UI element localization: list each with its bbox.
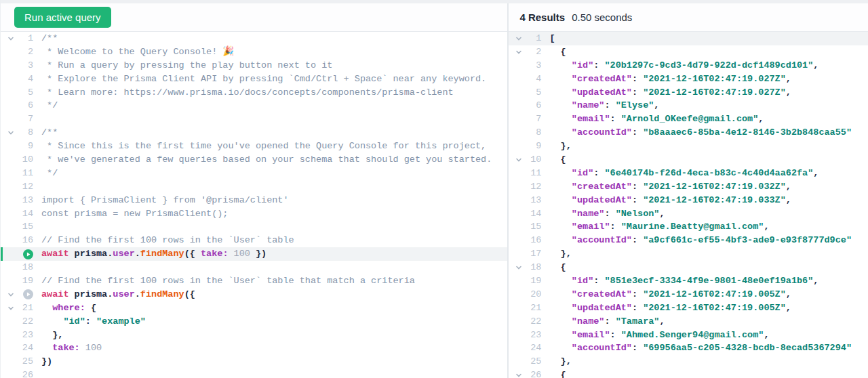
code-text[interactable]: }, — [41, 329, 63, 342]
code-text[interactable]: "createdAt": "2021-12-16T02:47:19.027Z", — [549, 72, 791, 86]
code-text[interactable]: "name": "Nelson", — [549, 207, 665, 221]
line-number: 20 — [524, 288, 541, 301]
result-line: 8 "accountId": "b8aaaec6-85ba-4e12-8146-… — [509, 126, 868, 140]
code-editor[interactable]: 1/**2 * Welcome to the Query Console! 🎉3… — [1, 32, 507, 378]
code-text[interactable]: "id": "6e40174b-f26d-4eca-b83c-4c40d4aa6… — [549, 167, 818, 180]
line-number: 19 — [524, 274, 541, 288]
code-text[interactable]: { — [549, 153, 566, 167]
line-number: 8 — [16, 126, 33, 140]
code-text[interactable]: }) — [41, 355, 52, 369]
code-text[interactable]: [ — [549, 32, 555, 45]
fold-chevron-icon[interactable] — [6, 35, 16, 42]
code-text[interactable]: "email": "Ahmed.Senger94@gmail.com", — [549, 329, 769, 342]
code-text[interactable]: /** — [41, 32, 58, 45]
result-line: 10 { — [509, 153, 868, 167]
line-number: 18 — [524, 261, 541, 274]
fold-chevron-icon[interactable] — [6, 129, 16, 136]
result-line: 11 "id": "6e40174b-f26d-4eca-b83c-4c40d4… — [509, 167, 868, 180]
code-text[interactable]: "name": "Elyse", — [549, 99, 659, 112]
line-number: 25 — [524, 355, 541, 369]
line-number: 23 — [524, 329, 541, 342]
fold-chevron-icon[interactable] — [514, 156, 524, 163]
editor-line: await prisma.user.findMany({ take: 100 }… — [1, 247, 507, 261]
code-text[interactable]: { — [549, 261, 566, 274]
line-number: 12 — [16, 180, 33, 194]
code-text[interactable]: "createdAt": "2021-12-16T02:47:19.005Z", — [549, 288, 791, 301]
code-text[interactable]: "name": "Tamara", — [549, 315, 665, 329]
fold-chevron-icon[interactable] — [514, 35, 524, 42]
code-text[interactable]: * we've generated a few queries based on… — [41, 153, 492, 167]
code-text[interactable]: "accountId": "a9cf661c-ef55-4bf3-ade9-e9… — [549, 234, 852, 247]
editor-line: 19// Find the first 100 rows in the `Use… — [1, 274, 507, 288]
code-text[interactable]: take: 100 — [41, 341, 102, 355]
results-header: 4 Results 0.50 seconds — [509, 3, 868, 32]
line-number: 23 — [16, 329, 33, 342]
editor-line: 15 — [1, 220, 507, 234]
code-text[interactable]: "id": "example" — [41, 315, 146, 329]
code-text[interactable]: where: { — [41, 301, 96, 315]
result-line: 2 { — [509, 45, 868, 59]
code-text[interactable]: * Welcome to the Query Console! 🎉 — [41, 45, 234, 59]
active-line-indicator — [1, 247, 3, 261]
code-text[interactable]: "accountId": "b8aaaec6-85ba-4e12-8146-3b… — [549, 126, 852, 140]
code-text[interactable]: { — [549, 45, 566, 59]
fold-chevron-icon[interactable] — [514, 372, 524, 378]
code-text[interactable]: "accountId": "69956aa5-c205-4328-bcdb-8e… — [549, 341, 852, 355]
code-text[interactable]: * Learn more: https://www.prisma.io/docs… — [41, 86, 454, 100]
code-text[interactable]: "updatedAt": "2021-12-16T02:47:19.027Z", — [549, 86, 791, 100]
line-number: 11 — [524, 167, 541, 180]
code-text[interactable]: "id": "20b1297c-9cd3-4d79-922d-dcf1489cd… — [549, 59, 818, 72]
editor-line: 25}) — [1, 355, 507, 369]
code-text[interactable]: "email": "Arnold_OKeefe@gmail.com", — [549, 112, 764, 126]
editor-line: 23 }, — [1, 329, 507, 342]
code-text[interactable]: "createdAt": "2021-12-16T02:47:19.032Z", — [549, 180, 791, 194]
editor-line: 9 * Since this is the first time you've … — [1, 140, 507, 153]
fold-chevron-icon[interactable] — [514, 49, 524, 56]
result-line: 22 "name": "Tamara", — [509, 315, 868, 329]
code-text[interactable]: await prisma.user.findMany({ take: 100 }… — [41, 247, 267, 261]
code-text[interactable]: */ — [41, 167, 58, 180]
results-time: 0.50 seconds — [572, 12, 632, 23]
results-viewer[interactable]: 1[2 {3 "id": "20b1297c-9cd3-4d79-922d-dc… — [509, 32, 868, 378]
result-line: 21 "updatedAt": "2021-12-16T02:47:19.005… — [509, 301, 868, 315]
code-text[interactable]: */ — [41, 99, 58, 112]
line-number: 8 — [524, 126, 541, 140]
line-number: 6 — [524, 99, 541, 112]
fold-chevron-icon[interactable] — [514, 264, 524, 271]
result-line: 24 "accountId": "69956aa5-c205-4328-bcdb… — [509, 341, 868, 355]
line-number: 14 — [16, 207, 33, 221]
line-number: 7 — [524, 112, 541, 126]
play-query-icon[interactable] — [23, 289, 33, 299]
code-text[interactable]: }, — [549, 355, 571, 369]
code-text[interactable]: "updatedAt": "2021-12-16T02:47:19.005Z", — [549, 301, 791, 315]
editor-line: 22 "id": "example" — [1, 315, 507, 329]
result-line: 14 "name": "Nelson", — [509, 207, 868, 221]
code-text[interactable]: import { PrismaClient } from '@prisma/cl… — [41, 194, 289, 207]
line-number: 10 — [16, 153, 33, 167]
code-text[interactable]: "updatedAt": "2021-12-16T02:47:19.033Z", — [549, 194, 791, 207]
code-text[interactable]: * Explore the Prisma Client API by press… — [41, 72, 486, 86]
code-text[interactable]: // Find the first 100 rows in the `User`… — [41, 234, 294, 247]
code-text[interactable]: }, — [549, 247, 571, 261]
result-line: 3 "id": "20b1297c-9cd3-4d79-922d-dcf1489… — [509, 59, 868, 72]
code-text[interactable]: /** — [41, 126, 58, 140]
code-text[interactable]: * Since this is the first time you've op… — [41, 140, 486, 153]
code-text[interactable]: "id": "851e3ecf-3334-4f9e-9801-48e0ef19a… — [549, 274, 818, 288]
result-line: 23 "email": "Ahmed.Senger94@gmail.com", — [509, 329, 868, 342]
editor-line: 1/** — [1, 32, 507, 45]
code-text[interactable]: * Run a query by pressing the play butto… — [41, 59, 332, 72]
result-line: 16 "accountId": "a9cf661c-ef55-4bf3-ade9… — [509, 234, 868, 247]
code-text[interactable]: "email": "Maurine.Beatty@gmail.com", — [549, 220, 769, 234]
code-text[interactable]: }, — [549, 140, 571, 153]
editor-line: 12 — [1, 180, 507, 194]
fold-chevron-icon[interactable] — [6, 291, 16, 298]
play-active-query-icon[interactable] — [23, 249, 33, 259]
run-active-query-button[interactable]: Run active query — [14, 7, 111, 28]
code-text[interactable]: const prisma = new PrismaClient(); — [41, 207, 228, 221]
code-text[interactable]: await prisma.user.findMany({ — [41, 288, 195, 301]
result-line: 4 "createdAt": "2021-12-16T02:47:19.027Z… — [509, 72, 868, 86]
line-number: 13 — [524, 194, 541, 207]
fold-chevron-icon[interactable] — [6, 305, 16, 312]
code-text[interactable]: { — [549, 369, 566, 378]
code-text[interactable]: // Find the first 100 rows in the `User`… — [41, 274, 415, 288]
